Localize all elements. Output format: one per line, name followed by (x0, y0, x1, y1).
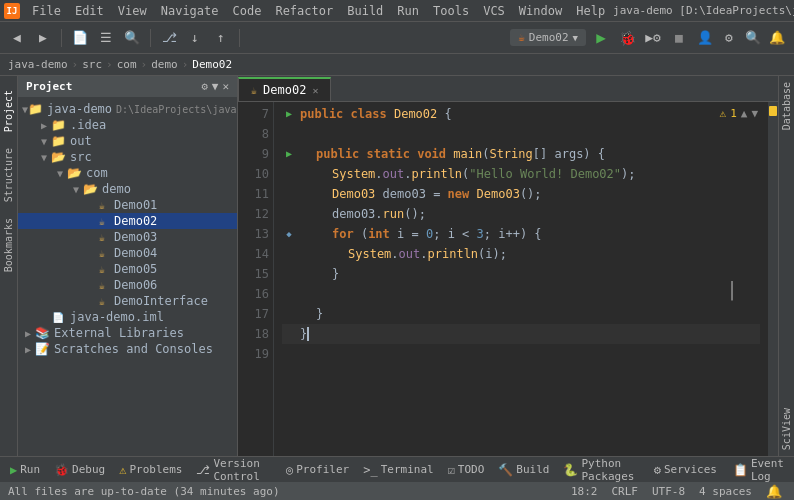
tree-label-demo04: Demo04 (114, 246, 157, 260)
tree-item-demo04[interactable]: ▶ ☕ Demo04 (18, 245, 237, 261)
code-line-16 (282, 284, 760, 304)
status-encoding[interactable]: UTF-8 (648, 483, 689, 500)
cls-demo03-type: Demo03 (332, 184, 383, 204)
project-panel-title: Project (26, 80, 72, 93)
run-gutter-7[interactable]: ▶ (282, 104, 296, 124)
panel-label-structure[interactable]: Structure (1, 142, 16, 208)
tree-item-demo06[interactable]: ▶ ☕ Demo06 (18, 277, 237, 293)
btn-run[interactable]: ▶ Run (4, 461, 46, 479)
dot-14b: . (420, 244, 427, 264)
panel-label-project[interactable]: Project (1, 84, 16, 138)
tree-item-demo02[interactable]: ▶ ☕ Demo02 (18, 213, 237, 229)
tree-item-src[interactable]: ▼ 📂 src (18, 149, 237, 165)
tree-label-demo05: Demo05 (114, 262, 157, 276)
status-position[interactable]: 18:2 (567, 483, 602, 500)
var-out-14: out (399, 244, 421, 264)
btn-python[interactable]: 🐍 Python Packages (557, 455, 645, 485)
status-linesep[interactable]: CRLF (607, 483, 642, 500)
paren-14: (i); (478, 244, 507, 264)
code-editor[interactable]: 7 8 9 10 11 12 13 14 15 16 17 18 19 ⚠ 1 (238, 102, 778, 456)
toolbar-forward[interactable]: ▶ (32, 27, 54, 49)
btn-build[interactable]: 🔨 Build (492, 461, 555, 479)
toolbar-search-everywhere[interactable]: 🔍 (742, 27, 764, 49)
btn-profiler[interactable]: ◎ Profiler (280, 461, 355, 479)
btn-services[interactable]: ⚙ Services (648, 461, 723, 479)
tree-item-idea[interactable]: ▶ 📁 .idea (18, 117, 237, 133)
breadcrumb-com[interactable]: com (117, 58, 137, 71)
menu-build[interactable]: Build (341, 2, 389, 20)
menu-help[interactable]: Help (570, 2, 611, 20)
toolbar-user[interactable]: 👤 (694, 27, 716, 49)
btn-problems[interactable]: ⚠ Problems (113, 461, 188, 479)
menu-file[interactable]: File (26, 2, 67, 20)
run-arrow-7[interactable]: ▶ (286, 104, 292, 124)
menu-refactor[interactable]: Refactor (269, 2, 339, 20)
tree-item-out[interactable]: ▼ 📁 out (18, 133, 237, 149)
btn-terminal[interactable]: >_ Terminal (357, 461, 439, 479)
btn-todo[interactable]: ☑ TODO (442, 461, 491, 479)
toolbar-push[interactable]: ↑ (210, 27, 232, 49)
right-tab-sciview[interactable]: SciView (779, 402, 794, 456)
close-brace-15: } (332, 264, 339, 284)
breadcrumb-java-demo[interactable]: java-demo (8, 58, 68, 71)
menu-navigate[interactable]: Navigate (155, 2, 225, 20)
menu-window[interactable]: Window (513, 2, 568, 20)
tree-item-demo05[interactable]: ▶ ☕ Demo05 (18, 261, 237, 277)
project-settings-icon[interactable]: ⚙ (201, 80, 208, 93)
toolbar-update[interactable]: ↓ (184, 27, 206, 49)
toolbar-back[interactable]: ◀ (6, 27, 28, 49)
btn-debug[interactable]: 🐞 Debug (48, 461, 111, 479)
run-button[interactable]: ▶ (590, 27, 612, 49)
debug-button[interactable]: 🐞 (616, 27, 638, 49)
folder-icon-com: 📂 (66, 166, 82, 180)
breadcrumb-demo[interactable]: demo (151, 58, 178, 71)
menu-vcs[interactable]: VCS (477, 2, 511, 20)
toolbar-recent-files[interactable]: 📄 (69, 27, 91, 49)
menu-run[interactable]: Run (391, 2, 425, 20)
run-gutter-12 (282, 204, 296, 224)
menu-edit[interactable]: Edit (69, 2, 110, 20)
paren-10: ( (462, 164, 469, 184)
toolbar-structure[interactable]: ☰ (95, 27, 117, 49)
toolbar-search[interactable]: 🔍 (121, 27, 143, 49)
tree-item-java-demo[interactable]: ▼ 📁 java-demo D:\IdeaProjects\java-demo (18, 101, 237, 117)
status-indent[interactable]: 4 spaces (695, 483, 756, 500)
code-content[interactable]: ⚠ 1 ▲ ▼ ▶ public class Demo02 { ▶ public… (274, 102, 768, 456)
run-config-dropdown[interactable]: ▼ (573, 33, 578, 43)
run-config[interactable]: ☕ Demo02 ▼ (510, 29, 586, 46)
tree-item-demo[interactable]: ▼ 📂 demo (18, 181, 237, 197)
toolbar-settings[interactable]: ⚙ (718, 27, 740, 49)
status-notifications[interactable]: 🔔 (762, 482, 786, 501)
run-arrow-9[interactable]: ▶ (286, 144, 292, 164)
coverage-button[interactable]: ▶⚙ (642, 27, 664, 49)
breadcrumb-demo02[interactable]: Demo02 (192, 58, 232, 71)
stop-button[interactable]: ■ (668, 27, 690, 49)
fold-down-icon[interactable]: ▼ (751, 104, 758, 124)
toolbar-notifications[interactable]: 🔔 (766, 27, 788, 49)
right-tab-database[interactable]: Database (779, 76, 794, 136)
menu-view[interactable]: View (112, 2, 153, 20)
run-gutter-9[interactable]: ▶ (282, 144, 296, 164)
fold-up-icon[interactable]: ▲ (741, 104, 748, 124)
tree-item-iml[interactable]: ▶ 📄 java-demo.iml (18, 309, 237, 325)
java-icon-demo03: ☕ (94, 232, 110, 243)
btn-vcs[interactable]: ⎇ Version Control (190, 455, 278, 485)
toolbar-git[interactable]: ⎇ (158, 27, 180, 49)
tree-item-ext-libs[interactable]: ▶ 📚 External Libraries (18, 325, 237, 341)
tree-item-com[interactable]: ▼ 📂 com (18, 165, 237, 181)
tree-item-scratches[interactable]: ▶ 📝 Scratches and Consoles (18, 341, 237, 357)
tree-item-demo01[interactable]: ▶ ☕ Demo01 (18, 197, 237, 213)
tree-item-demo03[interactable]: ▶ ☕ Demo03 (18, 229, 237, 245)
project-collapse-icon[interactable]: ▼ (212, 80, 219, 93)
project-close-icon[interactable]: ✕ (222, 80, 229, 93)
menu-tools[interactable]: Tools (427, 2, 475, 20)
editor-tab-demo02[interactable]: ☕ Demo02 ✕ (238, 77, 331, 101)
menu-code[interactable]: Code (227, 2, 268, 20)
build-label: Build (516, 463, 549, 476)
panel-label-bookmarks[interactable]: Bookmarks (1, 212, 16, 278)
var-i: i = (397, 224, 426, 244)
tree-item-demointerface[interactable]: ▶ ☕ DemoInterface (18, 293, 237, 309)
btn-eventlog[interactable]: 📋 Event Log (727, 455, 790, 485)
tab-close-demo02[interactable]: ✕ (312, 85, 318, 96)
breadcrumb-src[interactable]: src (82, 58, 102, 71)
